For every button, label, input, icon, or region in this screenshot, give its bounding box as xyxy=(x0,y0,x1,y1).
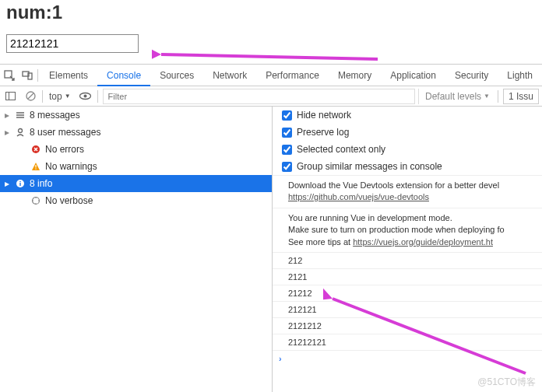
sidebar-item-user-messages[interactable]: ▸ 8 user messages xyxy=(0,124,272,141)
svg-point-13 xyxy=(19,129,23,133)
option-preserve-log[interactable]: Preserve log xyxy=(273,124,542,141)
tab-security[interactable]: Security xyxy=(445,65,498,86)
sidebar-item-errors[interactable]: No errors xyxy=(0,141,272,158)
devtools-link[interactable]: https://github.com/vuejs/vue-devtools xyxy=(288,192,429,201)
option-group-similar[interactable]: Group similar messages in console xyxy=(273,158,542,175)
messages-icon xyxy=(16,111,25,119)
info-icon xyxy=(16,179,25,188)
live-expression-icon[interactable] xyxy=(76,92,96,100)
console-log-line: 21212 xyxy=(273,285,542,301)
sidebar-item-info[interactable]: ▸ 8 info xyxy=(0,175,272,192)
option-selected-context[interactable]: Selected context only xyxy=(273,141,542,158)
device-icon[interactable] xyxy=(18,70,36,81)
console-log-line: 212 xyxy=(273,252,542,268)
svg-rect-19 xyxy=(19,181,20,182)
console-log-line: 212121 xyxy=(273,301,542,317)
inspect-icon[interactable] xyxy=(0,70,18,81)
console-log-line: 2121212 xyxy=(273,317,542,334)
svg-rect-16 xyxy=(35,169,36,170)
svg-rect-4 xyxy=(5,93,15,100)
tab-performance[interactable]: Performance xyxy=(256,65,329,86)
main-input[interactable] xyxy=(6,34,139,53)
verbose-icon xyxy=(31,196,40,205)
sidebar-item-warnings[interactable]: No warnings xyxy=(0,158,272,175)
watermark: @51CTO博客 xyxy=(477,376,536,389)
console-sidebar: ▸ 8 messages ▸ 8 user messages No errors… xyxy=(0,107,273,392)
warning-icon xyxy=(31,162,40,171)
tab-console[interactable]: Console xyxy=(97,65,150,86)
tab-lighthouse[interactable]: Lighth xyxy=(498,65,542,86)
svg-rect-18 xyxy=(19,183,20,186)
tab-application[interactable]: Application xyxy=(381,65,445,86)
option-hide-network[interactable]: Hide network xyxy=(273,107,542,124)
svg-rect-15 xyxy=(35,165,36,168)
devtools-tabstrip: Elements Console Sources Network Perform… xyxy=(0,65,542,86)
console-message: Download the Vue Devtools extension for … xyxy=(273,175,542,208)
console-toolbar: top▼ Default levels▼ 1 Issu xyxy=(0,86,542,107)
sidebar-item-verbose[interactable]: No verbose xyxy=(0,192,272,209)
console-log-line: 21212121 xyxy=(273,334,542,350)
clear-console-icon[interactable] xyxy=(20,91,40,101)
num-label: num:1 xyxy=(6,2,536,23)
user-icon xyxy=(16,128,25,137)
context-selector[interactable]: top▼ xyxy=(44,91,76,102)
filter-input[interactable] xyxy=(103,89,415,104)
deployment-link[interactable]: https://vuejs.org/guide/deployment.ht xyxy=(353,237,493,247)
svg-line-7 xyxy=(28,93,33,99)
levels-selector[interactable]: Default levels▼ xyxy=(418,89,496,104)
tab-elements[interactable]: Elements xyxy=(40,65,97,86)
console-message: You are running Vue in development mode.… xyxy=(273,208,542,252)
sidebar-item-messages[interactable]: ▸ 8 messages xyxy=(0,107,272,124)
issues-button[interactable]: 1 Issu xyxy=(503,89,539,104)
svg-point-9 xyxy=(84,95,87,98)
console-log-line: 2121 xyxy=(273,268,542,285)
tab-network[interactable]: Network xyxy=(203,65,256,86)
tab-sources[interactable]: Sources xyxy=(150,65,203,86)
error-icon xyxy=(31,145,40,154)
sidebar-toggle-icon[interactable] xyxy=(0,92,20,100)
console-prompt[interactable]: › xyxy=(273,350,542,366)
tab-memory[interactable]: Memory xyxy=(329,65,381,86)
